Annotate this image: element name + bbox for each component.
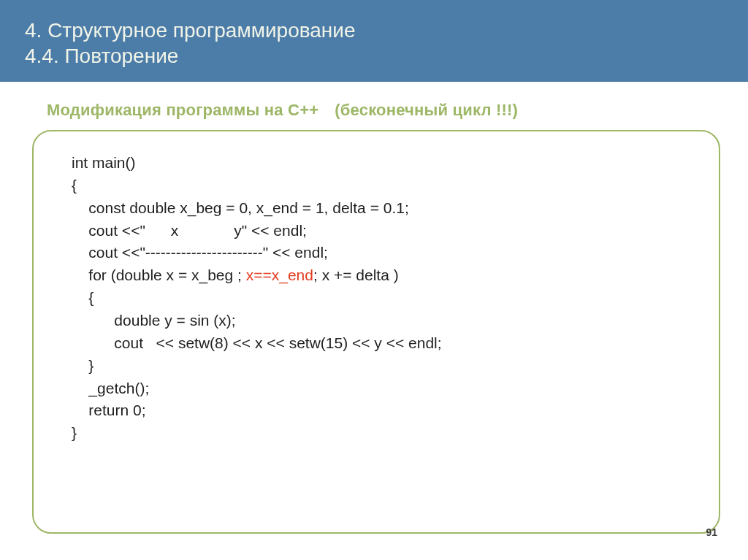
code-line: for (double x = x_beg ; <box>72 266 246 283</box>
code-line: } <box>72 357 94 374</box>
code-line: double y = sin (x); <box>72 312 236 329</box>
subtitle-part1: Модификация программы на C++ <box>47 101 318 119</box>
code-line: { <box>72 289 94 306</box>
header-subtitle: 4.4. Повторение <box>25 43 723 69</box>
code-highlight: x==x_end <box>246 266 313 283</box>
slide-header: 4. Структурное программирование 4.4. Пов… <box>0 0 748 82</box>
content-subtitle: Модификация программы на C++(бесконечный… <box>47 101 723 120</box>
code-line: _getch(); <box>72 380 149 396</box>
subtitle-part2: (бесконечный цикл !!!) <box>335 101 518 119</box>
code-line: } <box>72 424 77 441</box>
code-bubble: int main() { const double x_beg = 0, x_e… <box>32 130 720 534</box>
header-title: 4. Структурное программирование <box>25 18 723 43</box>
code-line: const double x_beg = 0, x_end = 1, delta… <box>72 199 409 216</box>
code-line: int main() <box>72 154 136 171</box>
code-line: return 0; <box>72 402 146 418</box>
code-line: { <box>72 177 77 193</box>
slide: 4. Структурное программирование 4.4. Пов… <box>0 0 748 560</box>
code-line: cout << setw(8) << x << setw(15) << y <<… <box>72 334 442 351</box>
code-line: cout <<"-----------------------" << endl… <box>72 244 328 261</box>
slide-body: Модификация программы на C++(бесконечный… <box>0 82 748 534</box>
page-number: 91 <box>706 526 717 538</box>
code-line: cout <<" x y" << endl; <box>72 222 307 239</box>
code-block: int main() { const double x_beg = 0, x_e… <box>72 152 691 445</box>
code-line: ; x += delta ) <box>313 266 399 283</box>
